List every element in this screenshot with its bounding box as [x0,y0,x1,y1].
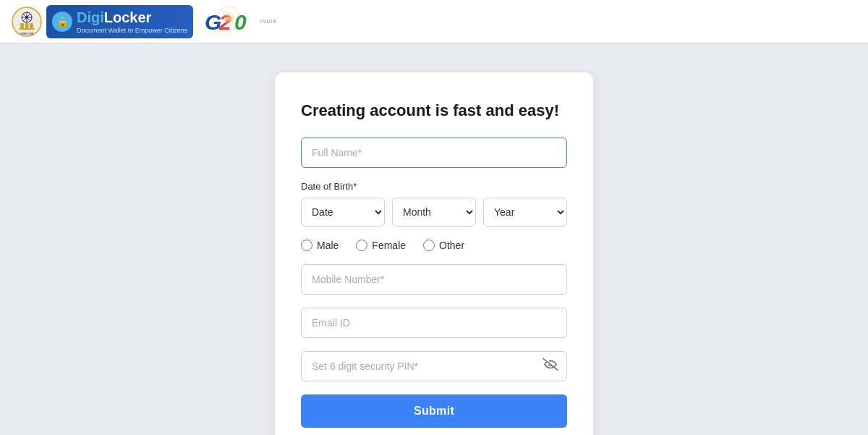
ashoka-emblem-icon: सत्यमेव जयते [12,7,42,37]
svg-text:🪷: 🪷 [225,15,232,22]
main-content: Creating account is fast and easy! Date … [0,43,868,435]
dob-selects-group: Date 1234 5678 9101112 13141516 17181920… [301,198,567,227]
app-header: सत्यमेव जयते Digi Locker Document Wallet… [0,0,868,43]
gender-female-option[interactable]: Female [356,240,406,251]
security-pin-input[interactable] [301,351,567,381]
gender-female-label: Female [372,240,406,251]
gender-other-radio[interactable] [423,240,435,251]
digilocker-logo: Digi Locker Document Wallet to Empower C… [46,5,193,38]
gender-male-option[interactable]: Male [301,240,339,251]
gender-other-label: Other [439,240,464,251]
gender-male-radio[interactable] [301,240,312,251]
dob-year-select[interactable]: Year 2005200420032002 2001200019991998 1… [483,198,567,227]
locker-label: Locker [104,9,152,26]
svg-text:0: 0 [234,10,247,34]
dob-month-select[interactable]: Month JanuaryFebruaryMarch AprilMayJune … [392,198,476,227]
toggle-pin-visibility-icon[interactable] [542,358,558,375]
digi-label: Digi [77,9,104,26]
digilocker-brand-text: Digi Locker Document Wallet to Empower C… [77,9,187,34]
gender-other-option[interactable]: Other [423,240,464,251]
svg-rect-9 [25,23,29,28]
signup-form-card: Creating account is fast and easy! Date … [275,72,593,435]
svg-rect-8 [30,23,33,28]
lock-icon [52,12,72,32]
app-tagline: Document Wallet to Empower Citizens [77,28,187,34]
gender-female-radio[interactable] [356,240,367,251]
dob-date-select[interactable]: Date 1234 5678 9101112 13141516 17181920… [301,198,385,227]
g20-badge: G 2 0 🪷 INDIA [203,5,277,38]
header-logo: सत्यमेव जयते Digi Locker Document Wallet… [12,5,277,38]
g20-logo-icon: G 2 0 🪷 [203,5,254,38]
email-input[interactable] [301,308,567,338]
dob-label: Date of Birth* [301,181,567,192]
svg-rect-7 [20,23,24,28]
mobile-number-input[interactable] [301,264,567,295]
india-label: INDIA [260,19,277,24]
form-title: Creating account is fast and easy! [301,101,567,120]
svg-rect-10 [19,28,35,30]
gender-male-label: Male [317,240,339,251]
pin-wrapper [301,351,567,381]
submit-button[interactable]: Submit [301,394,567,428]
gender-group: Male Female Other [301,240,567,251]
full-name-input[interactable] [301,138,567,168]
svg-text:सत्यमेव जयते: सत्यमेव जयते [20,32,34,35]
